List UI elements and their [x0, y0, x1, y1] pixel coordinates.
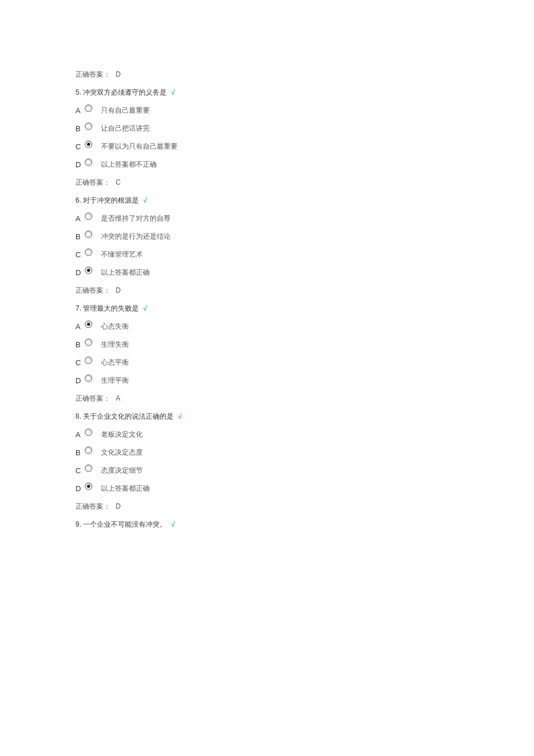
radio-icon[interactable] [85, 213, 92, 220]
radio-icon[interactable] [85, 267, 92, 274]
radio-icon[interactable] [85, 429, 92, 436]
answer-label: 正确答案： [75, 70, 110, 78]
option-letter: A [75, 322, 85, 331]
option-letter: C [75, 142, 85, 151]
answer-value: D [116, 286, 121, 294]
option-letter: A [75, 430, 85, 439]
option-row-6b: B 冲突的是行为还是结论 [75, 232, 459, 242]
option-text: 以上答案都不正确 [101, 160, 157, 170]
question-text: 一个企业不可能没有冲突。 [83, 520, 167, 528]
correct-answer-4: 正确答案： D [75, 70, 459, 80]
question-number: 7. [75, 304, 81, 312]
question-7-block: 7. 管理最大的失败是 √ A 心态失衡 B 生理失衡 C 心态平衡 D 生理平… [75, 304, 459, 404]
option-letter: C [75, 358, 85, 367]
option-text: 文化决定态度 [101, 448, 143, 458]
radio-icon[interactable] [85, 159, 92, 166]
option-text: 只有自己最重要 [101, 106, 150, 116]
option-row-5a: A 只有自己最重要 [75, 106, 459, 116]
answer-label: 正确答案： [75, 394, 110, 402]
radio-icon[interactable] [85, 141, 92, 148]
correct-answer-6: 正确答案： D [75, 286, 459, 296]
checkmark-icon: √ [171, 520, 175, 528]
question-8: 8. 关于企业文化的说法正确的是 √ [75, 412, 459, 422]
option-row-8d: D 以上答案都正确 [75, 484, 459, 494]
answer-value: C [116, 178, 121, 186]
option-row-6a: A 是否维持了对方的自尊 [75, 214, 459, 224]
option-row-8c: C 态度决定细节 [75, 466, 459, 476]
radio-icon[interactable] [85, 483, 92, 490]
option-text: 心态失衡 [101, 322, 129, 332]
option-text: 不要以为只有自己最重要 [101, 142, 178, 152]
question-6: 6. 对于冲突的根源是 √ [75, 196, 459, 206]
option-row-6c: C 不懂管理艺术 [75, 250, 459, 260]
option-letter: A [75, 214, 85, 223]
option-text: 生理失衡 [101, 340, 129, 350]
option-letter: C [75, 466, 85, 475]
option-text: 不懂管理艺术 [101, 250, 143, 260]
option-row-6d: D 以上答案都正确 [75, 268, 459, 278]
correct-answer-5: 正确答案： C [75, 178, 459, 188]
radio-icon[interactable] [85, 357, 92, 364]
answer-value: D [116, 502, 121, 510]
radio-icon[interactable] [85, 465, 92, 472]
radio-icon[interactable] [85, 375, 92, 382]
option-text: 是否维持了对方的自尊 [101, 214, 171, 224]
answer-label: 正确答案： [75, 178, 110, 186]
radio-icon[interactable] [85, 249, 92, 256]
answer-value: A [116, 394, 120, 402]
option-letter: C [75, 250, 85, 259]
option-text: 老板决定文化 [101, 430, 143, 440]
checkmark-icon: √ [143, 304, 147, 312]
radio-icon[interactable] [85, 447, 92, 454]
option-text: 生理平衡 [101, 376, 129, 386]
option-letter: D [75, 268, 85, 277]
option-letter: B [75, 232, 85, 241]
question-text: 对于冲突的根源是 [83, 196, 139, 204]
question-7: 7. 管理最大的失败是 √ [75, 304, 459, 314]
option-row-7d: D 生理平衡 [75, 376, 459, 386]
correct-answer-7: 正确答案： A [75, 394, 459, 404]
question-5: 5. 冲突双方必须遵守的义务是 √ [75, 88, 459, 98]
question-text: 关于企业文化的说法正确的是 [83, 412, 174, 420]
question-8-block: 8. 关于企业文化的说法正确的是 √ A 老板决定文化 B 文化决定态度 C 态… [75, 412, 459, 512]
option-row-5d: D 以上答案都不正确 [75, 160, 459, 170]
question-number: 6. [75, 196, 81, 204]
radio-icon[interactable] [85, 123, 92, 130]
option-row-5c: C 不要以为只有自己最重要 [75, 142, 459, 152]
question-text: 冲突双方必须遵守的义务是 [83, 88, 167, 96]
option-row-7c: C 心态平衡 [75, 358, 459, 368]
question-number: 9. [75, 520, 81, 528]
question-number: 5. [75, 88, 81, 96]
answer-label: 正确答案： [75, 286, 110, 294]
radio-icon[interactable] [85, 231, 92, 238]
radio-icon[interactable] [85, 105, 92, 112]
option-letter: B [75, 124, 85, 133]
option-text: 态度决定细节 [101, 466, 143, 476]
question-5-block: 5. 冲突双方必须遵守的义务是 √ A 只有自己最重要 B 让自己把话讲完 C … [75, 88, 459, 188]
option-row-8a: A 老板决定文化 [75, 430, 459, 440]
option-letter: B [75, 448, 85, 457]
radio-icon[interactable] [85, 321, 92, 328]
option-text: 心态平衡 [101, 358, 129, 368]
option-letter: B [75, 340, 85, 349]
option-letter: D [75, 376, 85, 385]
option-text: 以上答案都正确 [101, 268, 150, 278]
answer-value: D [116, 70, 121, 78]
checkmark-icon: √ [143, 196, 147, 204]
option-row-7a: A 心态失衡 [75, 322, 459, 332]
option-row-8b: B 文化决定态度 [75, 448, 459, 458]
radio-icon[interactable] [85, 339, 92, 346]
option-text: 冲突的是行为还是结论 [101, 232, 171, 242]
option-letter: D [75, 160, 85, 169]
question-9-block: 9. 一个企业不可能没有冲突。 √ [75, 520, 459, 530]
option-row-5b: B 让自己把话讲完 [75, 124, 459, 134]
correct-answer-8: 正确答案： D [75, 502, 459, 512]
question-number: 8. [75, 412, 81, 420]
option-text: 以上答案都正确 [101, 484, 150, 494]
answer-label: 正确答案： [75, 502, 110, 510]
option-text: 让自己把话讲完 [101, 124, 150, 134]
option-letter: D [75, 484, 85, 493]
checkmark-icon: √ [178, 412, 182, 420]
question-text: 管理最大的失败是 [83, 304, 139, 312]
question-9: 9. 一个企业不可能没有冲突。 √ [75, 520, 459, 530]
